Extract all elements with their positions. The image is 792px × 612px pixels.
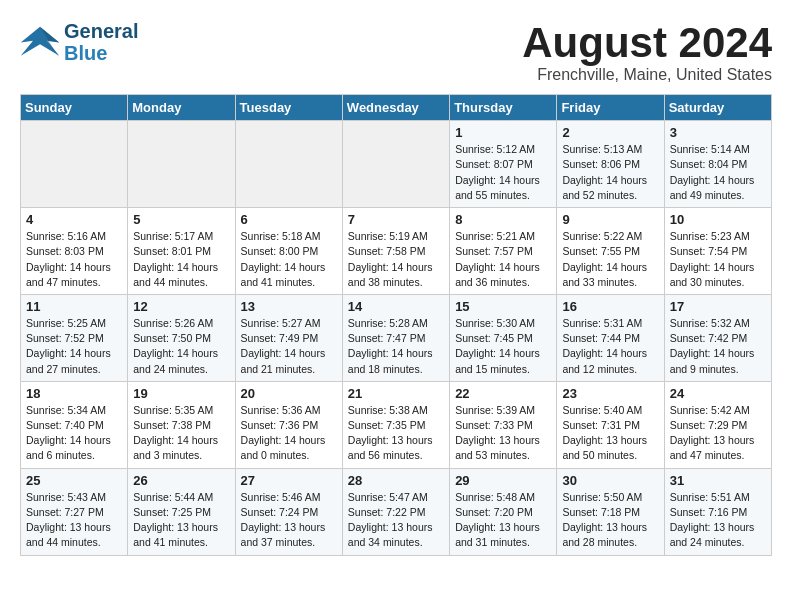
week-row-2: 4Sunrise: 5:16 AMSunset: 8:03 PMDaylight… <box>21 208 772 295</box>
day-number: 2 <box>562 125 658 140</box>
calendar-cell: 19Sunrise: 5:35 AMSunset: 7:38 PMDayligh… <box>128 381 235 468</box>
day-number: 29 <box>455 473 551 488</box>
logo: General Blue <box>20 20 138 64</box>
calendar-cell <box>21 121 128 208</box>
calendar-cell: 9Sunrise: 5:22 AMSunset: 7:55 PMDaylight… <box>557 208 664 295</box>
day-number: 31 <box>670 473 766 488</box>
calendar-cell <box>128 121 235 208</box>
calendar-cell: 11Sunrise: 5:25 AMSunset: 7:52 PMDayligh… <box>21 294 128 381</box>
calendar-cell: 17Sunrise: 5:32 AMSunset: 7:42 PMDayligh… <box>664 294 771 381</box>
calendar-cell: 7Sunrise: 5:19 AMSunset: 7:58 PMDaylight… <box>342 208 449 295</box>
day-number: 27 <box>241 473 337 488</box>
page-subtitle: Frenchville, Maine, United States <box>522 66 772 84</box>
day-info: Sunrise: 5:48 AMSunset: 7:20 PMDaylight:… <box>455 490 551 551</box>
day-info: Sunrise: 5:36 AMSunset: 7:36 PMDaylight:… <box>241 403 337 464</box>
calendar-cell: 31Sunrise: 5:51 AMSunset: 7:16 PMDayligh… <box>664 468 771 555</box>
page-title: August 2024 <box>522 20 772 66</box>
day-number: 18 <box>26 386 122 401</box>
weekday-header-wednesday: Wednesday <box>342 95 449 121</box>
calendar-cell: 13Sunrise: 5:27 AMSunset: 7:49 PMDayligh… <box>235 294 342 381</box>
day-info: Sunrise: 5:26 AMSunset: 7:50 PMDaylight:… <box>133 316 229 377</box>
day-number: 12 <box>133 299 229 314</box>
calendar-cell <box>235 121 342 208</box>
day-info: Sunrise: 5:18 AMSunset: 8:00 PMDaylight:… <box>241 229 337 290</box>
day-number: 1 <box>455 125 551 140</box>
day-info: Sunrise: 5:44 AMSunset: 7:25 PMDaylight:… <box>133 490 229 551</box>
day-info: Sunrise: 5:31 AMSunset: 7:44 PMDaylight:… <box>562 316 658 377</box>
day-info: Sunrise: 5:13 AMSunset: 8:06 PMDaylight:… <box>562 142 658 203</box>
week-row-1: 1Sunrise: 5:12 AMSunset: 8:07 PMDaylight… <box>21 121 772 208</box>
logo-text: General Blue <box>64 20 138 64</box>
calendar-cell: 15Sunrise: 5:30 AMSunset: 7:45 PMDayligh… <box>450 294 557 381</box>
day-number: 28 <box>348 473 444 488</box>
calendar-cell: 26Sunrise: 5:44 AMSunset: 7:25 PMDayligh… <box>128 468 235 555</box>
logo-icon <box>20 25 60 60</box>
day-number: 11 <box>26 299 122 314</box>
day-info: Sunrise: 5:47 AMSunset: 7:22 PMDaylight:… <box>348 490 444 551</box>
day-info: Sunrise: 5:34 AMSunset: 7:40 PMDaylight:… <box>26 403 122 464</box>
calendar-cell: 10Sunrise: 5:23 AMSunset: 7:54 PMDayligh… <box>664 208 771 295</box>
day-number: 23 <box>562 386 658 401</box>
day-number: 20 <box>241 386 337 401</box>
weekday-header-saturday: Saturday <box>664 95 771 121</box>
calendar-cell: 21Sunrise: 5:38 AMSunset: 7:35 PMDayligh… <box>342 381 449 468</box>
day-info: Sunrise: 5:28 AMSunset: 7:47 PMDaylight:… <box>348 316 444 377</box>
day-number: 19 <box>133 386 229 401</box>
day-number: 13 <box>241 299 337 314</box>
day-info: Sunrise: 5:30 AMSunset: 7:45 PMDaylight:… <box>455 316 551 377</box>
day-number: 16 <box>562 299 658 314</box>
header: General Blue August 2024 Frenchville, Ma… <box>20 20 772 84</box>
calendar-cell: 3Sunrise: 5:14 AMSunset: 8:04 PMDaylight… <box>664 121 771 208</box>
day-number: 5 <box>133 212 229 227</box>
calendar-cell: 24Sunrise: 5:42 AMSunset: 7:29 PMDayligh… <box>664 381 771 468</box>
day-info: Sunrise: 5:46 AMSunset: 7:24 PMDaylight:… <box>241 490 337 551</box>
day-number: 24 <box>670 386 766 401</box>
weekday-header-friday: Friday <box>557 95 664 121</box>
day-info: Sunrise: 5:51 AMSunset: 7:16 PMDaylight:… <box>670 490 766 551</box>
calendar-cell: 29Sunrise: 5:48 AMSunset: 7:20 PMDayligh… <box>450 468 557 555</box>
day-info: Sunrise: 5:39 AMSunset: 7:33 PMDaylight:… <box>455 403 551 464</box>
calendar-cell: 30Sunrise: 5:50 AMSunset: 7:18 PMDayligh… <box>557 468 664 555</box>
calendar-cell: 6Sunrise: 5:18 AMSunset: 8:00 PMDaylight… <box>235 208 342 295</box>
day-number: 8 <box>455 212 551 227</box>
day-info: Sunrise: 5:12 AMSunset: 8:07 PMDaylight:… <box>455 142 551 203</box>
calendar-cell: 22Sunrise: 5:39 AMSunset: 7:33 PMDayligh… <box>450 381 557 468</box>
calendar-cell: 20Sunrise: 5:36 AMSunset: 7:36 PMDayligh… <box>235 381 342 468</box>
day-info: Sunrise: 5:23 AMSunset: 7:54 PMDaylight:… <box>670 229 766 290</box>
day-number: 21 <box>348 386 444 401</box>
day-info: Sunrise: 5:16 AMSunset: 8:03 PMDaylight:… <box>26 229 122 290</box>
title-block: August 2024 Frenchville, Maine, United S… <box>522 20 772 84</box>
day-number: 17 <box>670 299 766 314</box>
day-number: 22 <box>455 386 551 401</box>
calendar-cell: 16Sunrise: 5:31 AMSunset: 7:44 PMDayligh… <box>557 294 664 381</box>
day-info: Sunrise: 5:27 AMSunset: 7:49 PMDaylight:… <box>241 316 337 377</box>
day-info: Sunrise: 5:14 AMSunset: 8:04 PMDaylight:… <box>670 142 766 203</box>
calendar-cell: 25Sunrise: 5:43 AMSunset: 7:27 PMDayligh… <box>21 468 128 555</box>
day-info: Sunrise: 5:40 AMSunset: 7:31 PMDaylight:… <box>562 403 658 464</box>
week-row-3: 11Sunrise: 5:25 AMSunset: 7:52 PMDayligh… <box>21 294 772 381</box>
day-number: 10 <box>670 212 766 227</box>
day-number: 25 <box>26 473 122 488</box>
calendar-cell: 4Sunrise: 5:16 AMSunset: 8:03 PMDaylight… <box>21 208 128 295</box>
calendar-cell: 27Sunrise: 5:46 AMSunset: 7:24 PMDayligh… <box>235 468 342 555</box>
calendar-cell <box>342 121 449 208</box>
weekday-header-tuesday: Tuesday <box>235 95 342 121</box>
day-number: 9 <box>562 212 658 227</box>
day-info: Sunrise: 5:38 AMSunset: 7:35 PMDaylight:… <box>348 403 444 464</box>
day-info: Sunrise: 5:50 AMSunset: 7:18 PMDaylight:… <box>562 490 658 551</box>
weekday-header-thursday: Thursday <box>450 95 557 121</box>
day-number: 15 <box>455 299 551 314</box>
day-info: Sunrise: 5:25 AMSunset: 7:52 PMDaylight:… <box>26 316 122 377</box>
day-info: Sunrise: 5:21 AMSunset: 7:57 PMDaylight:… <box>455 229 551 290</box>
day-number: 3 <box>670 125 766 140</box>
weekday-header-sunday: Sunday <box>21 95 128 121</box>
day-info: Sunrise: 5:32 AMSunset: 7:42 PMDaylight:… <box>670 316 766 377</box>
day-number: 4 <box>26 212 122 227</box>
calendar-cell: 18Sunrise: 5:34 AMSunset: 7:40 PMDayligh… <box>21 381 128 468</box>
calendar-cell: 1Sunrise: 5:12 AMSunset: 8:07 PMDaylight… <box>450 121 557 208</box>
calendar-table: SundayMondayTuesdayWednesdayThursdayFrid… <box>20 94 772 555</box>
day-info: Sunrise: 5:19 AMSunset: 7:58 PMDaylight:… <box>348 229 444 290</box>
calendar-cell: 5Sunrise: 5:17 AMSunset: 8:01 PMDaylight… <box>128 208 235 295</box>
day-info: Sunrise: 5:35 AMSunset: 7:38 PMDaylight:… <box>133 403 229 464</box>
day-number: 26 <box>133 473 229 488</box>
